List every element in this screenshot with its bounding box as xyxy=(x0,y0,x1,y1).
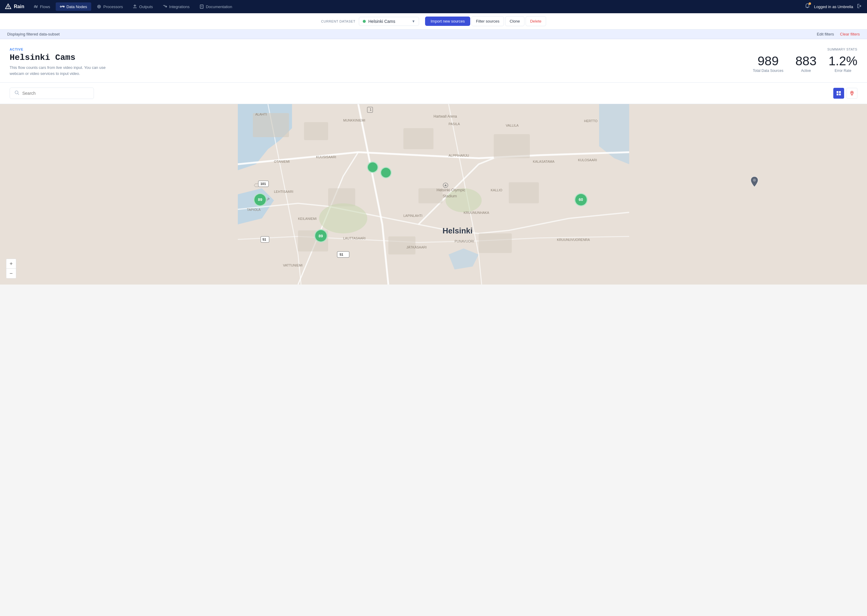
status-badge: ACTIVE xyxy=(9,47,106,51)
processors-icon xyxy=(97,4,101,9)
search-box[interactable] xyxy=(9,88,94,99)
summary-stats-label: SUMMARY STATS xyxy=(753,47,858,51)
stat-active-value: 883 xyxy=(795,55,817,68)
cluster-green-2[interactable] xyxy=(380,167,392,178)
nav-integrations-label: Integrations xyxy=(169,5,190,9)
cluster-value: 89 xyxy=(258,197,262,202)
search-section xyxy=(0,83,867,104)
filter-message: Displaying filtered data-subset xyxy=(7,32,813,36)
nav-documentation-label: Documentation xyxy=(206,5,232,9)
cluster-value: 60 xyxy=(579,197,583,202)
zoom-out-button[interactable]: − xyxy=(6,269,16,278)
navigation: Rain Flows Data Nodes Processors Output xyxy=(0,0,867,13)
svg-point-6 xyxy=(98,6,100,7)
cluster-green-1[interactable] xyxy=(367,162,378,173)
page-title: Helsinki Cams xyxy=(9,53,106,62)
stat-active: 883 Active xyxy=(795,55,817,73)
map-pin-dark[interactable] xyxy=(750,176,758,188)
stat-error-label: Error Rate xyxy=(828,69,858,73)
filter-sources-button[interactable]: Filter sources xyxy=(471,16,504,26)
stat-error-value: 1.2% xyxy=(828,55,858,68)
nav-processors-label: Processors xyxy=(103,5,123,9)
page-header: ACTIVE Helsinki Cams This flow counts ca… xyxy=(0,39,867,83)
user-info: Logged in as Umbrella xyxy=(814,5,853,9)
svg-rect-15 xyxy=(839,94,841,95)
svg-rect-12 xyxy=(837,91,839,93)
svg-point-65 xyxy=(753,179,756,182)
user-name: Umbrella xyxy=(837,5,853,9)
import-sources-button[interactable]: Import new sources xyxy=(425,17,470,26)
stat-total-sources: 989 Total Data Sources xyxy=(753,55,783,73)
stat-total-value: 989 xyxy=(753,55,783,68)
map-view[interactable]: ALAHTI MUNKKINIEMI Hartwall Arena PASILA… xyxy=(0,104,867,284)
header-left: ACTIVE Helsinki Cams This flow counts ca… xyxy=(9,47,106,76)
chevron-down-icon: ▼ xyxy=(412,19,415,24)
zoom-in-button[interactable]: + xyxy=(6,259,16,269)
nav-processors[interactable]: Processors xyxy=(92,2,127,11)
dataset-name: Helsinki Cams xyxy=(368,19,409,24)
svg-line-11 xyxy=(18,94,19,95)
documentation-icon xyxy=(199,4,204,9)
dataset-status-dot xyxy=(363,20,366,23)
summary-stats-section: SUMMARY STATS 989 Total Data Sources 883… xyxy=(753,47,858,73)
svg-point-16 xyxy=(851,92,853,93)
nav-documentation[interactable]: Documentation xyxy=(195,2,236,11)
nav-right-section: Logged in as Umbrella xyxy=(804,3,862,10)
stat-active-label: Active xyxy=(795,69,817,73)
stat-total-label: Total Data Sources xyxy=(753,69,783,73)
map-pin-icon xyxy=(849,91,854,96)
logo-icon xyxy=(5,3,11,10)
pin-icon xyxy=(750,176,758,187)
view-toggle xyxy=(833,88,858,99)
data-nodes-icon xyxy=(60,4,65,9)
app-logo[interactable]: Rain xyxy=(5,3,24,10)
svg-rect-13 xyxy=(839,91,841,93)
grid-view-button[interactable] xyxy=(833,88,844,99)
page-description: This flow counts cars from live video in… xyxy=(9,64,106,76)
cluster-89-bottom[interactable]: 89 xyxy=(314,229,328,242)
map-markers: 89 60 89 xyxy=(0,104,867,284)
cluster-value: 89 xyxy=(318,234,323,238)
logout-button[interactable] xyxy=(857,3,862,10)
clear-filters-button[interactable]: Clear filters xyxy=(840,32,860,36)
dataset-bar: CURRENT DATASET Helsinki Cams ▼ Import n… xyxy=(0,13,867,30)
cluster-60[interactable]: 60 xyxy=(574,193,588,206)
map-view-button[interactable] xyxy=(847,88,858,99)
filter-bar: Displaying filtered data-subset Edit fil… xyxy=(0,30,867,39)
dataset-selector[interactable]: Helsinki Cams ▼ xyxy=(359,17,419,26)
current-dataset-label: CURRENT DATASET xyxy=(321,20,356,23)
nav-outputs-label: Outputs xyxy=(139,5,153,9)
map-zoom-controls: + − xyxy=(6,259,16,278)
nav-flows-label: Flows xyxy=(40,5,50,9)
grid-icon xyxy=(836,91,842,96)
svg-point-10 xyxy=(15,91,18,94)
cluster-89-left[interactable]: 89 xyxy=(254,193,267,206)
outputs-icon xyxy=(132,4,137,9)
svg-point-3 xyxy=(60,6,61,7)
app-name: Rain xyxy=(14,4,24,9)
logout-icon xyxy=(857,3,862,9)
svg-rect-14 xyxy=(837,94,839,95)
svg-point-2 xyxy=(8,8,8,8)
logged-in-label: Logged in as xyxy=(814,5,836,9)
search-icon xyxy=(15,91,19,96)
nav-outputs[interactable]: Outputs xyxy=(128,2,157,11)
svg-point-5 xyxy=(98,5,101,8)
search-input[interactable] xyxy=(22,91,89,96)
main-content: ACTIVE Helsinki Cams This flow counts ca… xyxy=(0,39,867,284)
nav-integrations[interactable]: Integrations xyxy=(158,2,194,11)
nav-data-nodes-label: Data Nodes xyxy=(66,5,87,9)
notification-dot xyxy=(809,2,811,5)
clone-button[interactable]: Clone xyxy=(505,16,525,26)
dataset-actions: Import new sources Filter sources Clone … xyxy=(425,16,546,26)
nav-data-nodes[interactable]: Data Nodes xyxy=(56,2,91,11)
delete-button[interactable]: Delete xyxy=(526,16,546,26)
svg-rect-7 xyxy=(200,5,203,8)
flows-icon xyxy=(33,4,38,9)
stat-error-rate: 1.2% Error Rate xyxy=(828,55,858,73)
edit-filters-button[interactable]: Edit filters xyxy=(817,32,834,36)
nav-flows[interactable]: Flows xyxy=(29,2,55,11)
summary-stats: 989 Total Data Sources 883 Active 1.2% E… xyxy=(753,55,858,73)
integrations-icon xyxy=(162,4,167,9)
notifications-bell[interactable] xyxy=(804,3,810,10)
